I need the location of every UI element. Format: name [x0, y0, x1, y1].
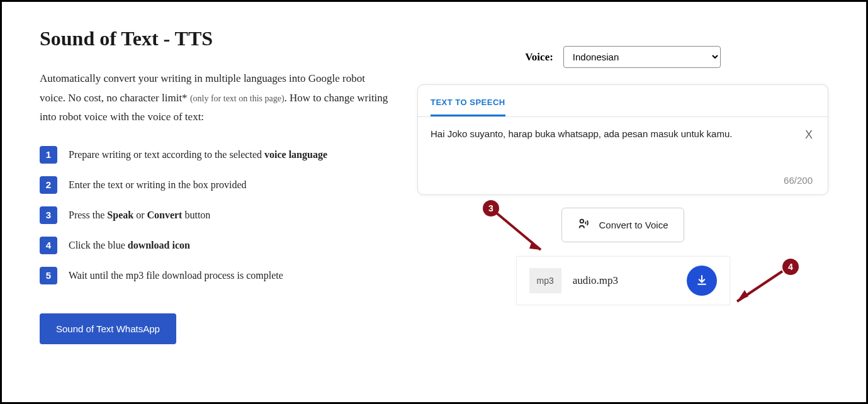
- convert-to-voice-button[interactable]: Convert to Voice: [561, 208, 684, 242]
- step-2: 2 Enter the text or writing in the box p…: [40, 176, 392, 194]
- step-3-e: button: [182, 210, 210, 220]
- step-3-c: or: [133, 210, 147, 220]
- step-1-text: Prepare writing or text according to the…: [69, 149, 264, 160]
- step-num-4: 4: [40, 237, 57, 254]
- step-4-a: Click the blue: [69, 240, 128, 250]
- step-num-1: 1: [40, 146, 57, 164]
- text-input[interactable]: [431, 128, 815, 172]
- step-num-2: 2: [40, 176, 57, 194]
- tts-card: TEXT TO SPEECH X 66/200: [417, 84, 828, 195]
- clear-button[interactable]: X: [805, 128, 813, 142]
- lead-text: Automatically convert your writing in mu…: [40, 69, 392, 127]
- step-5-text: Wait until the mp3 file download process…: [69, 270, 283, 281]
- mp3-badge: mp3: [529, 268, 561, 293]
- annotation-arrow-4: [726, 266, 789, 310]
- step-2-text: Enter the text or writing in the box pro…: [69, 179, 247, 191]
- step-3-d: Convert: [147, 210, 182, 220]
- step-1-bold: voice language: [264, 149, 327, 160]
- step-5: 5 Wait until the mp3 file download proce…: [40, 267, 392, 284]
- step-3-b: Speak: [107, 210, 133, 220]
- step-3-a: Press the: [69, 210, 107, 220]
- annotation-arrow-3: [490, 207, 553, 264]
- step-4: 4 Click the blue download icon: [40, 237, 392, 254]
- svg-point-0: [580, 220, 584, 223]
- step-1: 1 Prepare writing or text according to t…: [40, 146, 392, 164]
- char-counter: 66/200: [431, 175, 815, 186]
- step-num-3: 3: [40, 206, 57, 224]
- sound-of-text-whatsapp-button[interactable]: Sound of Text WhatsApp: [40, 313, 176, 344]
- svg-marker-4: [737, 290, 748, 301]
- convert-label: Convert to Voice: [599, 220, 668, 230]
- download-icon: [696, 274, 708, 288]
- voice-label: Voice:: [525, 51, 553, 64]
- step-3: 3 Press the Speak or Convert button: [40, 206, 392, 224]
- speak-icon: [577, 217, 591, 233]
- tab-text-to-speech[interactable]: TEXT TO SPEECH: [431, 98, 505, 116]
- page-title: Sound of Text - TTS: [40, 27, 392, 50]
- filename: audio.mp3: [573, 274, 675, 287]
- step-4-b: download icon: [128, 240, 190, 250]
- step-num-5: 5: [40, 267, 57, 284]
- download-button[interactable]: [687, 266, 717, 296]
- lead-small: (only for text on this page): [190, 94, 285, 103]
- voice-select[interactable]: Indonesian: [563, 46, 721, 68]
